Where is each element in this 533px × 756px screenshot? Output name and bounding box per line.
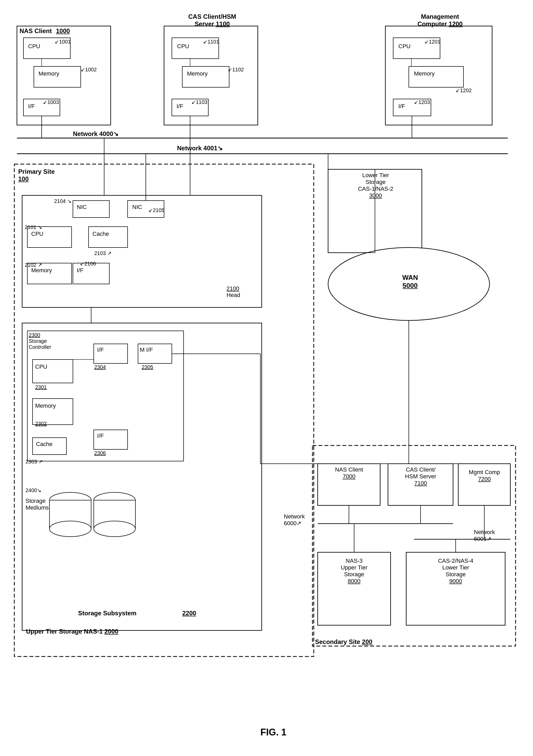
network6000-label: Network6000↗ [284, 513, 305, 527]
primary-site-label: Primary Site100 [18, 168, 55, 183]
sc-cache-number: 2303 ↗ [26, 458, 43, 465]
nas-if-number: ↙1003 [43, 99, 59, 105]
storage-mediums-number: 2400↘ [26, 487, 42, 493]
upper-tier-label: Upper Tier Storage NAS-1 2000 [26, 628, 118, 635]
nas-cpu-label: CPU [28, 43, 40, 50]
storage-controller-label: 2300StorageController [29, 332, 51, 350]
lower-tier-storage-label: Lower TierStorageCAS-1/NAS-23000 [331, 172, 420, 199]
sc-if1-number: 2304 [94, 364, 106, 370]
cas-memory-label: Memory [187, 70, 208, 77]
mgmt-memory-number: ↙1202 [456, 87, 472, 94]
svg-point-36 [94, 521, 136, 537]
storage-subsystem-label: Storage Subsystem [78, 609, 137, 617]
nas-memory-number: ↙1002 [81, 67, 97, 73]
head-memory-number: 2102 ↗ [25, 262, 42, 268]
sc-if2-number: 2306 [94, 450, 106, 456]
fig-caption: FIG. 1 [195, 727, 351, 738]
cas7100-label: CAS Client/HSM Server7100 [390, 466, 451, 487]
sc-if1-label: I/F [97, 346, 104, 353]
sc-if2-label: I/F [97, 432, 104, 439]
svg-point-33 [49, 521, 91, 537]
cas-if-label: I/F [177, 103, 183, 110]
head-if-number: ↙2106 [80, 260, 96, 267]
svg-rect-14 [14, 164, 314, 657]
mgmt-if-label: I/F [398, 103, 405, 110]
nas7000-label: NAS Client7000 [320, 466, 378, 480]
svg-rect-25 [33, 360, 73, 383]
cas-cpu-label: CPU [177, 43, 189, 50]
head-number: 2100 [227, 285, 239, 292]
nas-client-title: NAS Client [19, 27, 52, 35]
mgmt-if-number: ↙1203 [414, 99, 430, 105]
sc-cache-label: Cache [36, 441, 53, 447]
svg-rect-32 [49, 500, 91, 529]
cas-title: CAS Client/HSMServer 1100 [166, 13, 258, 28]
mgmt-title: ManagementComputer 1200 [388, 13, 492, 28]
storage-subsystem-number: 2200 [182, 609, 196, 617]
sc-mif-label: M I/F [140, 346, 153, 353]
mgmt-memory-label: Memory [414, 70, 435, 77]
mgmt-cpu-number: ↙1201 [424, 39, 441, 45]
diagram: NAS Client 1000 CPU ↙1001 Memory ↙1002 I… [0, 0, 533, 756]
head-cpu-label: CPU [31, 230, 43, 237]
head-cache-number: 2103 ↗ [94, 250, 112, 256]
nic2-number: ↙2105 [148, 207, 165, 213]
nas3-label: NAS-3Upper TierStorage8000 [320, 557, 388, 584]
nas-memory-label: Memory [38, 70, 59, 77]
svg-point-31 [49, 492, 91, 508]
nic1-label: NIC [77, 204, 87, 210]
sc-mif-number: 2305 [142, 364, 153, 370]
storage-mediums-label: StorageMediums [26, 498, 49, 511]
cas-if-number: ↙1103 [191, 99, 208, 105]
svg-rect-16 [22, 195, 262, 308]
wan-label: WAN5000 [385, 274, 435, 290]
head-if-label: I/F [77, 267, 84, 274]
nas-if-label: I/F [28, 103, 35, 110]
nic1-number: 2104 ↘ [54, 198, 72, 204]
svg-rect-35 [94, 500, 136, 529]
nas-client-number: 1000 [56, 27, 70, 35]
mgmt7200-label: Mgmt Comp7200 [460, 469, 509, 482]
network-4001-label: Network 4001↘ [177, 145, 223, 152]
mgmt-cpu-label: CPU [398, 43, 410, 50]
head-label: Head [227, 292, 240, 299]
nas-cpu-tick: ↙1001 [55, 39, 71, 45]
svg-point-34 [94, 492, 136, 508]
cas-memory-number: ↙1102 [228, 67, 244, 73]
head-cpu-number: 2101 ↘ [25, 224, 42, 230]
sc-cpu-number: 2301 [35, 384, 47, 390]
sc-memory-label: Memory [35, 402, 56, 409]
cas2-label: CAS-2/NAS-4Lower TierStorage9000 [409, 557, 502, 584]
cas-cpu-number: ↙1101 [203, 39, 219, 45]
head-cache-label: Cache [92, 230, 109, 237]
nic2-label: NIC [132, 204, 142, 210]
network6001-label: Network6001↗ [474, 529, 495, 542]
sc-cpu-label: CPU [35, 364, 47, 370]
network-4000-label: Network 4000↘ [73, 130, 118, 138]
secondary-site-label: Secondary Site 200 [315, 638, 372, 646]
sc-memory-number: 2302 [35, 421, 47, 427]
